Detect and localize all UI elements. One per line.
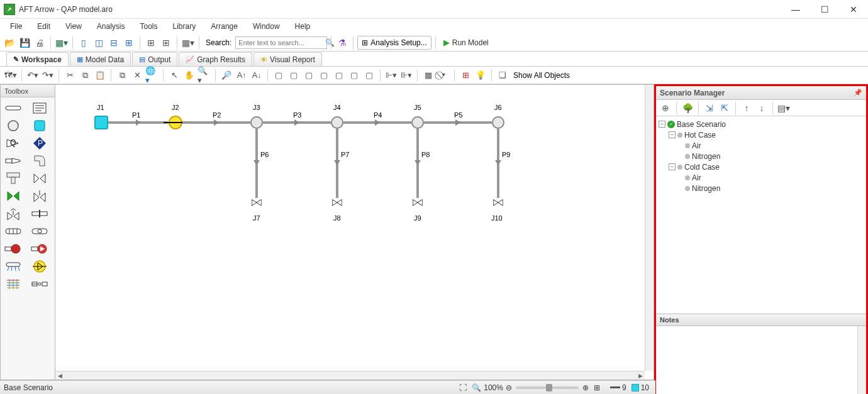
menu-arrange[interactable]: Arrange (203, 21, 245, 32)
menu-file[interactable]: File (3, 21, 30, 32)
scn-collapse-icon[interactable]: ⇱ (718, 101, 732, 115)
rtree-icon[interactable]: ⊞ (459, 68, 472, 82)
scn-tree-icon[interactable]: 🌳 (681, 101, 694, 115)
junction-j9-valve[interactable] (412, 197, 423, 207)
hand-icon[interactable]: ✋ (182, 68, 196, 82)
copy-icon[interactable]: ⧉ (78, 68, 92, 82)
tool-junction-icon[interactable] (3, 119, 23, 133)
dist-icon[interactable]: ⊪▾ (399, 68, 413, 82)
junction-j1-tank[interactable] (94, 116, 108, 129)
tool-pump-red-icon[interactable] (3, 242, 23, 256)
map-icon[interactable]: 🗺▾ (4, 68, 18, 82)
junction-j5[interactable] (411, 116, 424, 129)
flask-icon[interactable]: ⚗ (335, 36, 349, 50)
tool-relief-valve-icon[interactable] (30, 189, 50, 203)
junction-j2-compressor[interactable] (169, 116, 182, 129)
search-icon[interactable]: 🔍 (325, 38, 335, 47)
layout4-icon[interactable]: ⊞ (122, 36, 136, 50)
globe-icon[interactable]: 🌐▾ (145, 68, 159, 82)
show-all-label[interactable]: Show All Objects (511, 71, 572, 80)
workspace-canvas[interactable]: J1 P1 J2 P2 J3 P3 J4 P4 J5 (55, 85, 645, 371)
zoom-plus-icon[interactable]: ⊕ (582, 383, 589, 392)
tool-screen-icon[interactable] (30, 277, 50, 291)
pipe-p8[interactable] (416, 129, 419, 198)
tree-cold-case[interactable]: Cold Case (684, 163, 720, 172)
win1-icon[interactable]: ▢ (272, 68, 286, 82)
tool-q-icon[interactable]: Q (3, 136, 23, 150)
menu-library[interactable]: Library (165, 21, 204, 32)
bulb-icon[interactable]: 💡 (474, 68, 487, 82)
zoom-icon[interactable]: 🔍▾ (198, 68, 211, 82)
tab-visual-report[interactable]: 👁Visual Report (253, 52, 322, 66)
tool-valve-icon[interactable] (30, 172, 50, 185)
tree-root-label[interactable]: Base Scenario (677, 120, 726, 129)
tree-toggle-icon[interactable]: − (659, 121, 665, 128)
close-button[interactable]: ✕ (839, 0, 868, 19)
pin-icon[interactable]: 📌 (854, 89, 862, 97)
tree-hot-nitrogen[interactable]: Nitrogen (692, 152, 720, 161)
scn-menu-icon[interactable]: ▤▾ (777, 101, 791, 115)
scroll-right-icon[interactable]: ▶ (636, 371, 645, 380)
pipe-p1[interactable] (108, 121, 168, 124)
pipe-p3[interactable] (263, 121, 331, 124)
search-input[interactable] (238, 39, 325, 47)
print-icon[interactable]: 🖨 (33, 36, 47, 50)
tool-annotation-icon[interactable] (30, 101, 50, 115)
tab-graph-results[interactable]: 📈Graph Results (179, 52, 252, 66)
tool-hx2-icon[interactable] (30, 224, 50, 238)
run-model-button[interactable]: ▶ Run Model (440, 38, 492, 47)
tool-p-icon[interactable]: P (30, 136, 50, 150)
scn-new-icon[interactable]: ⊕ (659, 101, 672, 115)
junction-j10-valve[interactable] (492, 197, 504, 207)
save-icon[interactable]: 💾 (18, 36, 31, 50)
tool-grid-icon[interactable] (3, 277, 23, 291)
tree-cold-nitrogen[interactable]: Nitrogen (692, 184, 720, 193)
zoom-minus-icon[interactable]: ⊖ (506, 383, 512, 392)
pipe-p9[interactable] (497, 129, 499, 198)
win7-icon[interactable]: ▢ (362, 68, 376, 82)
layout3-icon[interactable]: ⊟ (107, 36, 121, 50)
junction-j8-valve[interactable] (331, 197, 343, 207)
menu-tools[interactable]: Tools (133, 21, 165, 32)
redo-icon[interactable]: ↷▾ (41, 68, 55, 82)
notes-scrollbar[interactable] (857, 326, 866, 394)
scroll-left-icon[interactable]: ◀ (55, 371, 64, 380)
zoom-slider[interactable] (516, 386, 579, 389)
tab-model-data[interactable]: ▦Model Data (70, 52, 131, 66)
pipe-p6[interactable] (255, 129, 258, 198)
maximize-button[interactable]: ☐ (810, 0, 839, 19)
pipe-p4[interactable] (343, 121, 411, 124)
tool-tee-icon[interactable] (3, 172, 23, 185)
menu-window[interactable]: Window (245, 21, 287, 32)
junction-j6[interactable] (492, 116, 504, 129)
tool-orifice-icon[interactable] (30, 207, 50, 221)
cut-icon[interactable]: ✂ (63, 68, 77, 82)
tool-spray-icon[interactable] (3, 260, 23, 273)
stop-icon[interactable]: ⃠▾ (437, 68, 450, 82)
menu-view[interactable]: View (58, 21, 89, 32)
tree-toggle-icon[interactable]: − (669, 131, 676, 138)
zoom-out-icon[interactable]: 🔍 (472, 383, 481, 392)
win3-icon[interactable]: ▢ (302, 68, 316, 82)
dup-icon[interactable]: ⧉ (115, 68, 129, 82)
layout2-icon[interactable]: ◫ (92, 36, 106, 50)
menu-help[interactable]: Help (287, 21, 318, 32)
tool-pump-grn-icon[interactable] (30, 242, 50, 256)
tree-cold-air[interactable]: Air (692, 173, 701, 182)
junction-j7-valve[interactable] (251, 197, 262, 207)
grid-icon[interactable]: ▦▾ (181, 36, 195, 50)
junction-j3[interactable] (250, 116, 263, 129)
tree1-icon[interactable]: ⊞ (144, 36, 158, 50)
paste-icon[interactable]: 📋 (93, 68, 107, 82)
tree2-icon[interactable]: ⊞ (159, 36, 173, 50)
horizontal-scrollbar[interactable]: ◀ ▶ (55, 371, 645, 380)
font-inc-icon[interactable]: A↑ (235, 68, 248, 82)
menu-analysis[interactable]: Analysis (89, 21, 133, 32)
tree-hot-air[interactable]: Air (692, 141, 701, 150)
scenario-tree[interactable]: − ✓ Base Scenario − Hot Case Air Nitroge… (656, 116, 866, 314)
overview-icon[interactable]: ⊞ (594, 383, 600, 392)
minimize-button[interactable]: — (781, 0, 810, 19)
notes-body[interactable] (656, 326, 866, 394)
show-all-icon[interactable]: ❏ (496, 68, 509, 82)
scn-up-icon[interactable]: ↑ (740, 101, 754, 115)
